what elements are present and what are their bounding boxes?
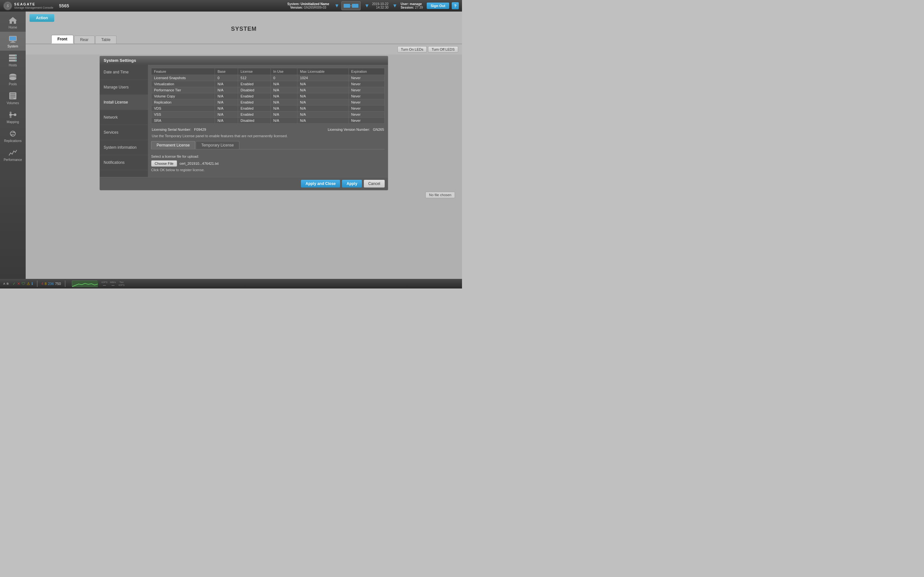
product-name: Storage Management Console bbox=[14, 6, 53, 9]
perf-stats: IOPS — MB/s — Tier IOPS bbox=[102, 281, 124, 287]
svg-rect-21 bbox=[10, 95, 15, 96]
table-cell: N/A bbox=[215, 93, 238, 99]
nav-item-system-information[interactable]: System information bbox=[100, 140, 148, 155]
sidebar-item-replications[interactable]: Replications bbox=[0, 126, 26, 145]
sidebar: Home System bbox=[0, 11, 26, 279]
counts-section: 4 8 236 750 bbox=[41, 282, 61, 285]
table-cell: Never bbox=[349, 105, 384, 111]
mbs-val: — bbox=[111, 284, 115, 287]
table-cell: Enabled bbox=[238, 105, 270, 111]
system-icon bbox=[7, 34, 18, 44]
status-divider bbox=[37, 280, 37, 287]
choose-file-button[interactable]: Choose File bbox=[151, 160, 177, 167]
table-cell: Performance Tier bbox=[152, 87, 215, 93]
count-236: 236 bbox=[48, 282, 53, 285]
action-button[interactable]: Action bbox=[29, 14, 54, 22]
help-button[interactable]: ? bbox=[452, 2, 459, 9]
sub-tab-permanent[interactable]: Permanent License bbox=[151, 141, 195, 149]
no-file-badge: No file chosen bbox=[425, 192, 455, 198]
performance-icon bbox=[7, 148, 18, 157]
mbs-label: MB/s bbox=[110, 281, 116, 284]
apply-close-button[interactable]: Apply and Close bbox=[301, 180, 340, 187]
led-buttons-area: Turn On LEDs Turn Off LEDS bbox=[26, 44, 462, 55]
mapping-label: Mapping bbox=[7, 120, 19, 124]
count-750: 750 bbox=[55, 282, 61, 285]
table-cell: N/A bbox=[297, 81, 349, 87]
shield-icon: 🛡 bbox=[21, 282, 25, 286]
table-cell: N/A bbox=[270, 111, 297, 118]
system-label: System bbox=[7, 45, 18, 48]
col-license: License bbox=[238, 68, 270, 75]
x-icon: ✕ bbox=[17, 282, 20, 286]
home-icon bbox=[7, 15, 18, 25]
nav-item-install-license[interactable]: Install License bbox=[100, 95, 148, 110]
table-cell: N/A bbox=[297, 99, 349, 105]
nav-item-services[interactable]: Services bbox=[100, 125, 148, 140]
nav-item-manage-users[interactable]: Manage Users bbox=[100, 80, 148, 95]
table-row: Performance TierN/ADisabledN/AN/ANever bbox=[152, 87, 384, 93]
table-cell: 512 bbox=[238, 75, 270, 81]
sidebar-item-hosts[interactable]: Hosts bbox=[0, 51, 26, 69]
table-cell: N/A bbox=[270, 81, 297, 87]
svg-rect-9 bbox=[10, 42, 15, 43]
nav-item-network[interactable]: Network bbox=[100, 110, 148, 125]
download-icon3: ▼ bbox=[393, 3, 397, 9]
table-cell: 0 bbox=[270, 75, 297, 81]
col-feature: Feature bbox=[152, 68, 215, 75]
iops-label: IOPS bbox=[102, 281, 107, 284]
status-indicators: A B bbox=[3, 282, 9, 285]
svg-rect-2 bbox=[344, 4, 350, 8]
table-cell: N/A bbox=[270, 118, 297, 124]
cancel-button[interactable]: Cancel bbox=[364, 180, 384, 187]
ab-label: A bbox=[3, 282, 5, 285]
table-cell: Enabled bbox=[238, 99, 270, 105]
svg-point-24 bbox=[9, 113, 12, 116]
sidebar-item-pools[interactable]: Pools bbox=[0, 69, 26, 89]
table-row: Volume CopyN/AEnabledN/AN/ANever bbox=[152, 93, 384, 99]
upload-label: Select a license file for upload: bbox=[151, 155, 384, 158]
tab-rear[interactable]: Rear bbox=[74, 35, 95, 44]
volumes-label: Volumes bbox=[7, 101, 19, 105]
pools-label: Pools bbox=[9, 82, 17, 86]
hosts-icon bbox=[7, 53, 18, 63]
iops-stat: IOPS — bbox=[102, 281, 107, 287]
nav-item-date-time[interactable]: Date and Time bbox=[100, 65, 148, 80]
turn-on-leds-button[interactable]: Turn On LEDs bbox=[397, 46, 427, 53]
file-name-display: cert_201910...476421.txt bbox=[180, 161, 219, 165]
dialog-main: Feature Base License In Use Max Licensab… bbox=[148, 65, 388, 177]
tab-table[interactable]: Table bbox=[95, 35, 117, 44]
sidebar-item-performance[interactable]: Performance bbox=[0, 145, 26, 164]
svg-point-29 bbox=[10, 131, 15, 136]
pools-icon bbox=[7, 72, 18, 82]
nav-item-notifications[interactable]: Notifications bbox=[100, 155, 148, 170]
session-label: Session: 27:39 bbox=[401, 6, 423, 9]
dialog-footer: Apply and Close Apply Cancel bbox=[100, 177, 388, 190]
tab-front[interactable]: Front bbox=[51, 35, 73, 44]
tier-label: Tier bbox=[120, 281, 124, 284]
table-cell: N/A bbox=[270, 99, 297, 105]
turn-off-leds-button[interactable]: Turn Off LEDS bbox=[428, 46, 458, 53]
info-icon: ℹ bbox=[31, 282, 33, 286]
sidebar-item-volumes[interactable]: Volumes bbox=[0, 89, 26, 107]
check-icon: ✓ bbox=[13, 282, 16, 286]
svg-point-27 bbox=[10, 111, 11, 113]
tabs-container: Front Rear Table bbox=[26, 35, 462, 44]
sidebar-item-mapping[interactable]: Mapping bbox=[0, 107, 26, 126]
table-cell: VDS bbox=[152, 105, 215, 111]
sub-tabs: Permanent License Temporary License bbox=[151, 141, 384, 149]
table-cell: N/A bbox=[215, 118, 238, 124]
sidebar-item-home[interactable]: Home bbox=[0, 13, 26, 32]
sign-out-button[interactable]: Sign Out bbox=[427, 3, 449, 9]
dialog-overlay: System Settings Date and Time Manage Use… bbox=[26, 55, 462, 279]
upload-hint: Click OK below to register license. bbox=[151, 168, 384, 172]
dialog-title: System Settings bbox=[100, 56, 388, 65]
sub-tab-temporary[interactable]: Temporary License bbox=[196, 141, 239, 149]
action-bar: Action bbox=[26, 11, 462, 24]
table-cell: N/A bbox=[297, 118, 349, 124]
volumes-icon bbox=[7, 91, 18, 101]
hosts-label: Hosts bbox=[9, 63, 17, 67]
apply-button[interactable]: Apply bbox=[342, 180, 362, 187]
system-name-label: System: Uninitialized Name bbox=[287, 2, 329, 6]
sidebar-item-system[interactable]: System bbox=[0, 32, 26, 51]
system-settings-dialog: System Settings Date and Time Manage Use… bbox=[99, 56, 388, 190]
